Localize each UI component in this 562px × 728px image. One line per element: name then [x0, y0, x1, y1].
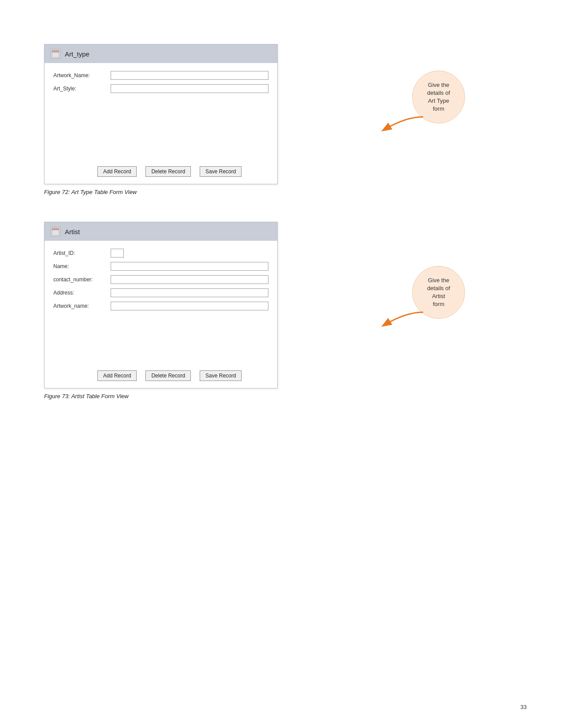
svg-rect-7	[52, 228, 59, 230]
art-type-arrow	[379, 112, 432, 139]
page: Art_type Artwork_Name: Art_Style: Add Re…	[0, 0, 562, 728]
art-type-delete-button[interactable]: Delete Record	[145, 166, 191, 177]
artwork-name-label: Artwork_Name:	[53, 72, 111, 78]
artist-callout-text: Give the details of Artist form	[427, 276, 450, 309]
artist-id-input[interactable]	[111, 249, 124, 258]
artist-add-button[interactable]: Add Record	[97, 370, 137, 381]
artist-save-button[interactable]: Save Record	[200, 370, 242, 381]
art-type-callout-text: Give the details of Art Type form	[427, 81, 450, 113]
artist-id-label: Artist_ID:	[53, 250, 111, 256]
artwork-name-input[interactable]	[111, 71, 268, 80]
art-type-form-body: Artwork_Name: Art_Style:	[45, 63, 277, 106]
art-type-buttons: Add Record Delete Record Save Record	[45, 159, 277, 184]
art-type-title: Art_type	[65, 50, 89, 58]
contact-number-row: contact_number:	[53, 275, 268, 284]
art-type-add-button[interactable]: Add Record	[97, 166, 137, 177]
art-style-label: Art_Style:	[53, 86, 111, 92]
address-input[interactable]	[111, 288, 268, 297]
art-type-section: Art_type Artwork_Name: Art_Style: Add Re…	[44, 44, 518, 195]
art-style-row: Art_Style:	[53, 84, 268, 93]
contact-number-label: contact_number:	[53, 276, 111, 283]
art-style-input[interactable]	[111, 84, 268, 93]
address-label: Address:	[53, 290, 111, 296]
artist-section: Artist Artist_ID: Name: contact_number: …	[44, 222, 518, 399]
art-type-icon	[51, 49, 60, 59]
artwork-name-row: Artwork_Name:	[53, 71, 268, 80]
artist-form-body: Artist_ID: Name: contact_number: Address…	[45, 241, 277, 324]
contact-number-input[interactable]	[111, 275, 268, 284]
artist-title: Artist	[65, 228, 80, 235]
artist-name-input[interactable]	[111, 262, 268, 271]
artist-name-row: Name:	[53, 262, 268, 271]
address-row: Address:	[53, 288, 268, 297]
artist-caption: Figure 73: Artist Table Form View	[44, 393, 518, 399]
art-type-form-window: Art_type Artwork_Name: Art_Style: Add Re…	[44, 44, 278, 184]
page-number: 33	[521, 704, 527, 710]
art-type-caption: Figure 72: Art Type Table Form View	[44, 189, 518, 195]
art-type-spacer	[45, 106, 277, 159]
art-type-titlebar: Art_type	[45, 45, 277, 63]
artist-form-window: Artist Artist_ID: Name: contact_number: …	[44, 222, 278, 388]
artist-id-row: Artist_ID:	[53, 249, 268, 258]
artist-buttons: Add Record Delete Record Save Record	[45, 363, 277, 388]
artist-spacer	[45, 324, 277, 363]
artist-arrow	[379, 308, 432, 334]
art-type-save-button[interactable]: Save Record	[200, 166, 242, 177]
artist-icon	[51, 227, 60, 236]
artwork-name-artist-input[interactable]	[111, 302, 268, 310]
artist-titlebar: Artist	[45, 222, 277, 241]
artwork-name-artist-row: Artwork_name:	[53, 302, 268, 310]
artwork-name-artist-label: Artwork_name:	[53, 303, 111, 309]
artist-name-label: Name:	[53, 263, 111, 269]
svg-rect-1	[52, 50, 59, 52]
artist-delete-button[interactable]: Delete Record	[145, 370, 191, 381]
